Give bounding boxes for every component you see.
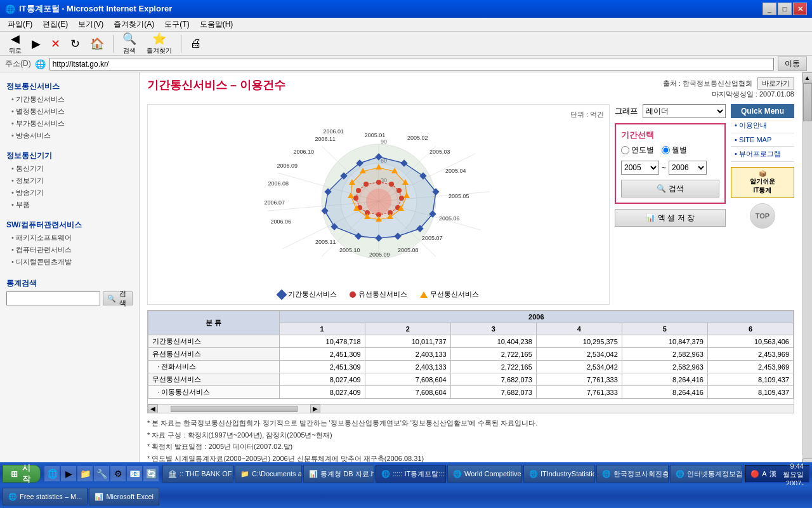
menu-help[interactable]: 도움말(H)	[195, 18, 239, 31]
window-controls[interactable]: _ □ ✕	[763, 3, 807, 15]
table-cell-3-6: 8,109,437	[707, 373, 793, 386]
sidebar: 정보통신서비스 기간통신서비스 별정통신서비스 부가통신서비스 방송서비스 정보…	[0, 72, 140, 469]
app-icon-1[interactable]: 🔧	[94, 466, 109, 481]
sidebar-item-9[interactable]: 컴퓨터관련서비스	[0, 244, 139, 256]
sidebar-search-btn[interactable]: 🔍 검색	[103, 291, 133, 305]
menu-view[interactable]: 보기(V)	[73, 18, 108, 31]
taskbar-item-0[interactable]: 🏦 :: THE BANK OF ...	[162, 465, 233, 483]
scroll-left-arrow[interactable]: ◀	[148, 404, 158, 413]
folder-icon[interactable]: 📁	[77, 466, 93, 481]
stop-button[interactable]: ✕	[47, 36, 64, 52]
search-chart-btn[interactable]: 🔍 검색	[621, 180, 719, 197]
svg-text:2005.05: 2005.05	[449, 193, 469, 199]
start-button[interactable]: ⊞ 시작	[3, 465, 41, 483]
taskbar-item-5[interactable]: 🌐 ITIndustryStatistic...	[523, 465, 595, 483]
sidebar-item-4[interactable]: 통신기기	[0, 163, 139, 175]
menu-edit[interactable]: 편집(E)	[37, 18, 73, 31]
taskbar-item-9[interactable]: 📊Microsoft Excel	[89, 488, 159, 505]
sidebar-item-6[interactable]: 방송기기	[0, 187, 139, 199]
refresh-button[interactable]: ↻	[67, 36, 84, 52]
taskbar-item-1[interactable]: 📁 C:\Documents a...	[235, 465, 302, 483]
scroll-thumb[interactable]	[171, 406, 298, 412]
taskbar-item-4[interactable]: 🌐 World Competitive,...	[447, 465, 522, 483]
taskbar-item-2[interactable]: 📊 통계청 DB 자료.h...	[303, 465, 374, 483]
svg-text:2005.07: 2005.07	[422, 235, 443, 241]
ie-icon[interactable]: 🌐	[44, 466, 60, 481]
year-from-select[interactable]: 2005	[621, 161, 659, 175]
sidebar-item-7[interactable]: 부품	[0, 199, 139, 211]
quick-menu-item-1[interactable]: SITE MAP	[731, 133, 794, 147]
source-link[interactable]: 바로가기	[757, 77, 794, 90]
year-range-row: 2005 ~ 2006	[621, 161, 719, 175]
legend-label-2: 무선통신서비스	[430, 290, 479, 299]
taskbar-item-6[interactable]: 🌐 한국정보사회진흥...	[596, 465, 669, 483]
scroll-right-arrow[interactable]: ▶	[310, 404, 320, 413]
print-button[interactable]: 🖨	[187, 36, 206, 51]
table-scrollbar[interactable]: ◀ ▶	[148, 404, 794, 413]
quick-menu-item-2[interactable]: 뷰어프로그램	[731, 147, 794, 162]
sidebar-search-input[interactable]	[6, 291, 100, 305]
year-to-select[interactable]: 2006	[669, 161, 707, 175]
toolbar: ◀ 뒤로 ▶ ✕ ↻ 🏠 🔍 검색 ⭐ 즐겨찾기 🖨	[0, 32, 812, 56]
taskbar-item-3[interactable]: 🌐 ::::: IT통계포탈::::...	[376, 465, 446, 483]
radio-month[interactable]: 월별	[662, 145, 687, 156]
menu-favorites[interactable]: 즐겨찾기(A)	[108, 18, 159, 31]
radio-year[interactable]: 연도별	[621, 145, 654, 156]
title-bar: 🌐 IT통계포털 - Microsoft Internet Explorer _…	[0, 0, 812, 18]
legend-item-1: 유선통신서비스	[350, 290, 407, 299]
close-button[interactable]: ✕	[793, 3, 807, 15]
separator2	[181, 35, 181, 53]
home-button[interactable]: 🏠	[86, 36, 108, 52]
maximize-button[interactable]: □	[778, 3, 792, 15]
taskbar-item-7[interactable]: 🌐 인터넷통계정보검...	[670, 465, 742, 483]
svg-text:2005.09: 2005.09	[369, 251, 390, 258]
sidebar-item-2[interactable]: 부가통신서비스	[0, 117, 139, 130]
table-cell-1-5: 2,582,963	[622, 348, 707, 361]
address-input[interactable]	[49, 58, 774, 70]
svg-text:2005.03: 2005.03	[429, 149, 450, 155]
scroll-up-btn[interactable]: ▲	[802, 72, 813, 83]
sidebar-item-10[interactable]: 디지털콘텐츠개발	[0, 256, 139, 268]
favorites-button[interactable]: ⭐ 즐겨찾기	[143, 30, 176, 57]
sidebar-item-0[interactable]: 기간통신서비스	[0, 93, 139, 105]
scrollbar-thumb[interactable]	[803, 83, 812, 121]
sidebar-item-8[interactable]: 패키지소프트웨어	[0, 232, 139, 244]
table-cell-category-2: · 전화서비스	[148, 361, 280, 373]
back-button[interactable]: ◀ 뒤로	[5, 30, 25, 57]
taskbar-item-8[interactable]: 🌐Free statistics – M...	[3, 488, 88, 505]
table-cell-0-1: 10,478,718	[279, 335, 365, 348]
app-icon-2[interactable]: ⚙	[110, 466, 126, 481]
quick-menu-title: Quick Menu	[731, 104, 794, 118]
go-button[interactable]: 이동	[778, 57, 807, 71]
app-icon-4[interactable]: 🔄	[143, 466, 159, 481]
sidebar-item-3[interactable]: 방송서비스	[0, 130, 139, 142]
window-title-text: 🌐 IT통계포털 - Microsoft Internet Explorer	[5, 3, 763, 15]
menu-file[interactable]: 파일(F)	[3, 18, 37, 31]
table-cell-1-2: 2,403,133	[365, 348, 450, 361]
scrollbar-track	[802, 83, 813, 458]
forward-button[interactable]: ▶	[28, 36, 44, 52]
excel-save-btn[interactable]: 📊 엑 셀 저 장	[615, 209, 726, 227]
minimize-button[interactable]: _	[763, 3, 776, 15]
notes-section: * 본 자료는 한국정보통신산업협회가 정기적으로 발간하는 '정보통신산업통계…	[147, 417, 794, 465]
graph-type-select[interactable]: 레이더	[643, 104, 726, 118]
main-scrollbar[interactable]: ▲ ▼	[802, 72, 812, 469]
menu-bar: 파일(F) 편집(E) 보기(V) 즐겨찾기(A) 도구(T) 도움말(H)	[0, 18, 812, 32]
app-icon-3[interactable]: 📧	[127, 466, 142, 481]
media-icon[interactable]: ▶	[61, 466, 76, 481]
legend-icon-1	[350, 291, 356, 298]
table-cell-4-5: 8,264,416	[622, 386, 707, 399]
table-cell-3-5: 8,264,416	[622, 373, 707, 386]
table-row-0: 기간통신서비스 10,478,718 10,011,737 10,404,238…	[148, 335, 794, 348]
table-cell-0-4: 10,295,375	[536, 335, 622, 348]
radar-chart: 90 60 30	[258, 122, 499, 287]
menu-tools[interactable]: 도구(T)	[159, 18, 194, 31]
search-button[interactable]: 🔍 검색	[119, 30, 140, 57]
sidebar-item-5[interactable]: 정보기기	[0, 175, 139, 187]
top-button[interactable]: TOP	[750, 203, 775, 229]
sidebar-item-1[interactable]: 별정통신서비스	[0, 105, 139, 117]
it-stats-box[interactable]: 📦 알기쉬운 IT통계	[731, 167, 794, 198]
source-info: 출처 : 한국정보통신산업협회 바로가기 마지막생성일 : 2007.01.08	[663, 77, 794, 99]
graph-type-row: 그래프 레이더	[615, 104, 726, 118]
quick-menu-item-0[interactable]: 이용안내	[731, 118, 794, 133]
